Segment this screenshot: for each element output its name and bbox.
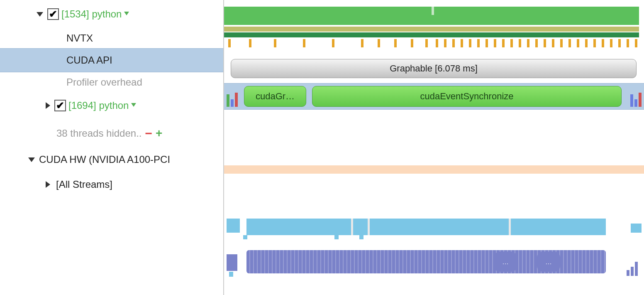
cuda-call-block[interactable]: cudaGr… <box>244 86 306 107</box>
all-streams-label: [All Streams] <box>56 179 112 190</box>
thread-activity-bar[interactable] <box>224 32 639 37</box>
visibility-checkbox[interactable]: ✔ <box>47 8 59 20</box>
process-label: [1694] python <box>68 100 129 111</box>
thread-activity-bar[interactable] <box>224 27 639 32</box>
process-row-1694[interactable]: ✔ [1694] python <box>0 92 223 119</box>
mini-bars-icon <box>227 89 238 107</box>
cuda-call-label: cudaGr… <box>256 91 295 102</box>
cuda-api-label: CUDA API <box>66 54 112 66</box>
expand-collapse-icon[interactable] <box>28 157 35 162</box>
kernel-group-block[interactable]: ... <box>537 252 560 272</box>
nvtx-range-label: Graphable [6.078 ms] <box>390 63 478 74</box>
process-label: [1534] python <box>61 8 122 20</box>
cuda-hw-stream-row[interactable]: ... ... <box>227 250 642 276</box>
cuda-call-label: cudaEventSynchronize <box>420 91 513 102</box>
row-cuda-api[interactable]: CUDA API <box>0 48 223 72</box>
expand-collapse-icon[interactable] <box>46 102 50 109</box>
process-row-1534[interactable]: ✔ [1534] python <box>0 0 223 28</box>
row-cuda-hw[interactable]: CUDA HW (NVIDIA A100-PCI <box>0 148 223 171</box>
cuda-hw-label: CUDA HW (NVIDIA A100-PCI <box>39 154 170 165</box>
row-profiler-overhead[interactable]: Profiler overhead <box>0 72 223 92</box>
thread-activity-bar[interactable] <box>224 7 639 25</box>
profiler-overhead-label: Profiler overhead <box>66 76 142 88</box>
expand-collapse-icon[interactable] <box>46 181 50 188</box>
tree-sidebar: ✔ [1534] python NVTX CUDA API Profiler o… <box>0 0 224 295</box>
row-nvtx[interactable]: NVTX <box>0 28 223 48</box>
hide-threads-button[interactable]: − <box>145 126 153 140</box>
kernel-group-block[interactable]: ... <box>494 252 517 272</box>
mini-bars-icon <box>627 261 642 276</box>
row-all-streams[interactable]: [All Streams] <box>0 171 223 198</box>
hidden-threads-label: 38 threads hidden.. <box>56 128 142 139</box>
dropdown-icon[interactable] <box>124 12 129 15</box>
row-threads-hidden: 38 threads hidden.. − + <box>0 119 223 148</box>
dropdown-icon[interactable] <box>131 103 136 107</box>
cuda-api-timeline-row: cudaGr… cudaEventSynchronize <box>224 83 644 110</box>
timeline-panel[interactable]: Graphable [6.078 ms] cudaGr… cudaEventSy… <box>224 0 644 295</box>
show-threads-button[interactable]: + <box>156 127 162 140</box>
cuda-hw-kernel-row[interactable] <box>227 219 642 239</box>
nvtx-label: NVTX <box>66 32 93 44</box>
expand-collapse-icon[interactable] <box>37 12 43 17</box>
thread-activity-bar[interactable] <box>224 165 644 174</box>
cuda-call-block[interactable]: cudaEventSynchronize <box>312 86 622 107</box>
mini-bars-icon <box>630 89 642 107</box>
event-ticks <box>224 39 639 47</box>
visibility-checkbox[interactable]: ✔ <box>54 100 66 111</box>
nvtx-range-block[interactable]: Graphable [6.078 ms] <box>231 59 637 78</box>
